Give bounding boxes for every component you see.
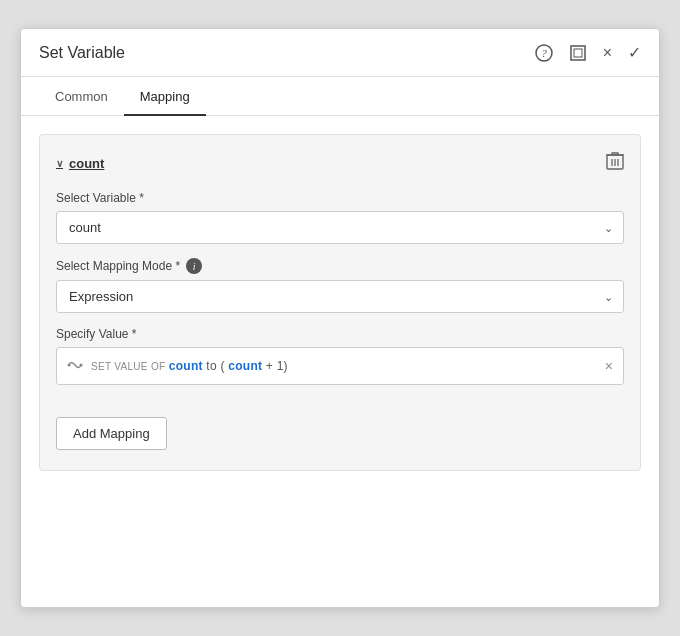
info-icon[interactable]: i xyxy=(186,258,202,274)
collapse-chevron: ∨ xyxy=(56,158,63,169)
mapping-header: ∨ count xyxy=(56,151,624,175)
help-icon[interactable]: ? xyxy=(535,44,553,62)
expr-prefix: SET VALUE OF xyxy=(91,361,165,372)
close-icon[interactable]: × xyxy=(603,44,612,62)
expr-count2: count xyxy=(228,359,262,373)
add-mapping-button[interactable]: Add Mapping xyxy=(56,417,167,450)
expression-icon xyxy=(67,357,83,376)
expression-input[interactable]: SET VALUE OF count to ( count + 1) × xyxy=(56,347,624,385)
tab-mapping[interactable]: Mapping xyxy=(124,77,206,116)
select-mapping-mode-group: Select Mapping Mode * i Expression ⌄ xyxy=(56,258,624,313)
specify-value-group: Specify Value * SET VALUE OF count t xyxy=(56,327,624,385)
specify-value-label: Specify Value * xyxy=(56,327,624,341)
header-icons: ? × ✓ xyxy=(535,43,641,62)
expr-middle: to ( xyxy=(206,359,225,373)
select-mapping-mode-value: Expression xyxy=(57,281,623,312)
set-variable-dialog: Set Variable ? × ✓ Common Mapping xyxy=(20,28,660,608)
select-mapping-mode-dropdown[interactable]: Expression ⌄ xyxy=(56,280,624,313)
select-variable-value: count xyxy=(57,212,623,243)
clear-expression-icon[interactable]: × xyxy=(605,358,613,374)
expr-count1: count xyxy=(169,359,203,373)
svg-point-9 xyxy=(68,363,71,366)
mapping-panel: ∨ count Select Variable * xyxy=(39,134,641,471)
select-variable-dropdown[interactable]: count ⌄ xyxy=(56,211,624,244)
tabs-container: Common Mapping xyxy=(21,77,659,116)
tab-content: ∨ count Select Variable * xyxy=(21,116,659,489)
select-variable-group: Select Variable * count ⌄ xyxy=(56,191,624,244)
svg-point-10 xyxy=(80,363,83,366)
delete-mapping-icon[interactable] xyxy=(606,151,624,175)
mapping-variable-name: count xyxy=(69,156,104,171)
expand-icon[interactable] xyxy=(569,44,587,62)
svg-rect-2 xyxy=(571,46,585,60)
dialog-title: Set Variable xyxy=(39,44,535,62)
svg-rect-3 xyxy=(574,49,582,57)
mapping-title[interactable]: ∨ count xyxy=(56,156,104,171)
select-mapping-mode-label: Select Mapping Mode * i xyxy=(56,258,624,274)
svg-text:?: ? xyxy=(541,47,547,59)
expr-suffix: + 1) xyxy=(266,359,288,373)
expression-text: SET VALUE OF count to ( count + 1) xyxy=(91,359,587,373)
confirm-icon[interactable]: ✓ xyxy=(628,43,641,62)
dialog-header: Set Variable ? × ✓ xyxy=(21,29,659,77)
tab-common[interactable]: Common xyxy=(39,77,124,116)
select-variable-label: Select Variable * xyxy=(56,191,624,205)
